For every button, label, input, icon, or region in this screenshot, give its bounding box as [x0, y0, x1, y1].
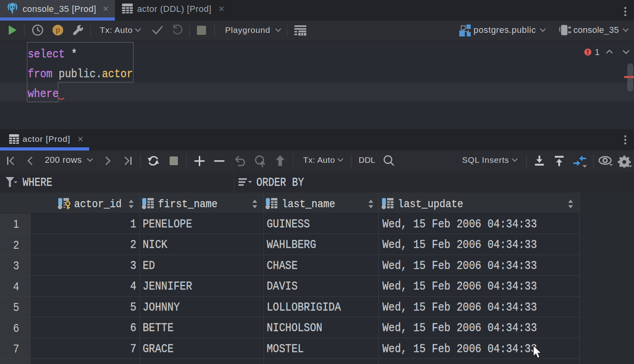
svg-text:p: p — [56, 26, 60, 34]
